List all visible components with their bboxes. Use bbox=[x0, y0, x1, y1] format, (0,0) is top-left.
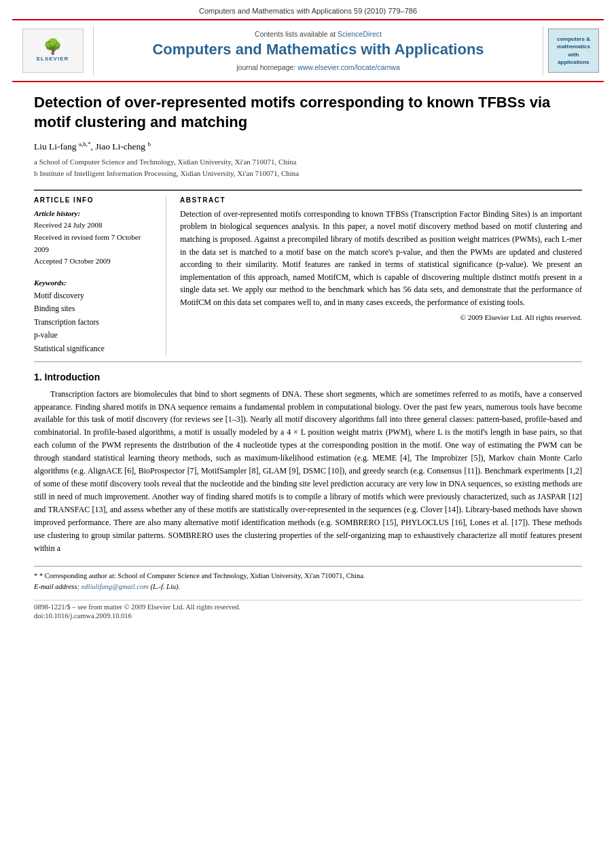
keyword-5: Statistical significance bbox=[34, 342, 156, 356]
right-logo-area: computers & mathematics with application… bbox=[543, 26, 604, 75]
keyword-2: Binding sites bbox=[34, 302, 156, 316]
footnote-area: * * Corresponding author at: School of C… bbox=[34, 566, 582, 592]
intro-title: Introduction bbox=[45, 372, 101, 382]
email-suffix: (L.-f. Liu). bbox=[150, 583, 180, 590]
article-info-label: ARTICLE INFO bbox=[34, 196, 156, 204]
header-banner: 🌳 ELSEVIER Contents lists available at S… bbox=[12, 19, 604, 82]
footer-issn: 0898-1221/$ – see front matter © 2009 El… bbox=[34, 603, 240, 611]
author-names: Liu Li-fang a,b,*, Jiao Li-cheng b bbox=[34, 141, 151, 151]
elsevier-logo-box: 🌳 ELSEVIER bbox=[22, 29, 84, 73]
keyword-4: p-value bbox=[34, 329, 156, 342]
affiliation-b: b Institute of Intelligent Information P… bbox=[34, 168, 582, 180]
sciencedirect-line: Contents lists available at ScienceDirec… bbox=[255, 30, 382, 38]
journal-meta: Computers and Mathematics with Applicati… bbox=[0, 0, 616, 15]
star-footnote: * * Corresponding author at: School of C… bbox=[34, 571, 582, 581]
elsevier-logo-area: 🌳 ELSEVIER bbox=[12, 26, 94, 75]
accepted-date: Accepted 7 October 2009 bbox=[34, 255, 156, 268]
elsevier-brand-text: ELSEVIER bbox=[37, 56, 69, 62]
journal-reference: Computers and Mathematics with Applicati… bbox=[199, 7, 417, 15]
email-address[interactable]: xdliulifang@gmail.com bbox=[81, 583, 149, 590]
email-footnote: E-mail address: xdliulifang@gmail.com (L… bbox=[34, 581, 582, 592]
affiliation-a: a School of Computer Science and Technol… bbox=[34, 156, 582, 168]
keywords-list: Motif discovery Binding sites Transcript… bbox=[34, 289, 156, 356]
page: Computers and Mathematics with Applicati… bbox=[0, 0, 616, 841]
right-logo-box: computers & mathematics with application… bbox=[548, 29, 599, 73]
keyword-1: Motif discovery bbox=[34, 289, 156, 303]
abstract-text: Detection of over-represented motifs cor… bbox=[180, 208, 582, 309]
footer-bar: 0898-1221/$ – see front matter © 2009 El… bbox=[34, 600, 582, 611]
main-content: Detection of over-represented motifs cor… bbox=[0, 86, 616, 626]
article-history: Article history: Received 24 July 2008 R… bbox=[34, 208, 156, 268]
intro-paragraph: Transcription factors are biomolecules t… bbox=[34, 388, 582, 555]
article-info-col: ARTICLE INFO Article history: Received 2… bbox=[34, 196, 166, 356]
intro-number: 1. bbox=[34, 372, 42, 382]
keywords-label: Keywords: bbox=[34, 279, 156, 287]
header-center: Contents lists available at ScienceDirec… bbox=[94, 26, 543, 75]
received-date: Received 24 July 2008 bbox=[34, 219, 156, 232]
journal-title-header: Computers and Mathematics with Applicati… bbox=[152, 41, 484, 58]
right-logo-text: computers & mathematics with application… bbox=[557, 35, 590, 66]
affiliations: a School of Computer Science and Technol… bbox=[34, 156, 582, 180]
keywords-section: Keywords: Motif discovery Binding sites … bbox=[34, 279, 156, 356]
authors-line: Liu Li-fang a,b,*, Jiao Li-cheng b bbox=[34, 140, 582, 152]
intro-heading: 1. Introduction bbox=[34, 372, 582, 382]
article-info-abstract: ARTICLE INFO Article history: Received 2… bbox=[34, 190, 582, 362]
history-label: Article history: bbox=[34, 208, 156, 220]
keyword-3: Transcription factors bbox=[34, 316, 156, 329]
abstract-col: ABSTRACT Detection of over-represented m… bbox=[180, 196, 582, 356]
doi-text: doi:10.1016/j.camwa.2009.10.016 bbox=[34, 612, 132, 620]
homepage-url[interactable]: www.elsevier.com/locate/camwa bbox=[297, 63, 400, 71]
star-symbol: * bbox=[34, 572, 39, 579]
homepage-line: journal homepage: www.elsevier.com/locat… bbox=[236, 63, 399, 71]
star-note-text: * Corresponding author at: School of Com… bbox=[39, 572, 365, 579]
sciencedirect-link[interactable]: ScienceDirect bbox=[338, 30, 382, 38]
received-revised-date: Received in revised form 7 October 2009 bbox=[34, 232, 156, 255]
article-title: Detection of over-represented motifs cor… bbox=[34, 93, 582, 132]
footer-doi: doi:10.1016/j.camwa.2009.10.016 bbox=[34, 611, 582, 620]
elsevier-tree-icon: 🌳 bbox=[43, 39, 62, 54]
copyright-text: © 2009 Elsevier Ltd. All rights reserved… bbox=[180, 313, 582, 321]
abstract-section-label: ABSTRACT bbox=[180, 196, 582, 204]
contents-label: Contents lists available at bbox=[255, 30, 336, 38]
homepage-label: journal homepage: bbox=[236, 63, 295, 71]
email-label: E-mail address: bbox=[34, 583, 79, 590]
